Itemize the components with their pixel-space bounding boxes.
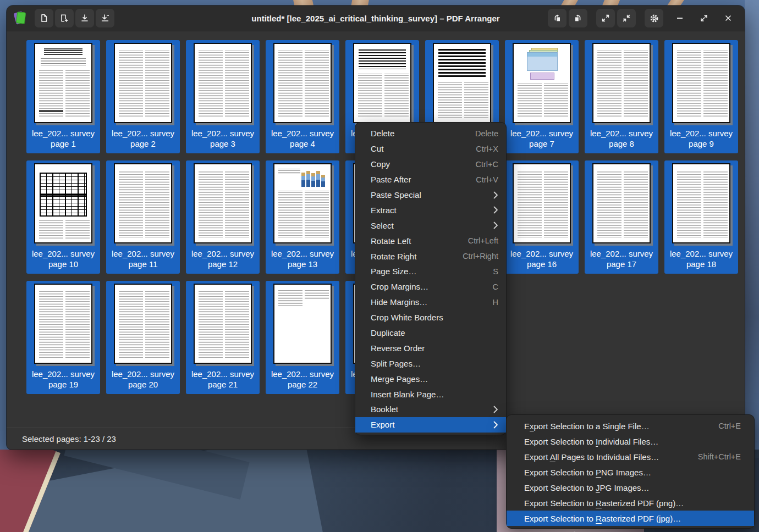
page-thumbnail [592,43,651,123]
main-menu-button[interactable] [645,9,663,27]
page-thumbnail [114,284,172,364]
menu-item-insert-blank-page[interactable]: Insert Blank Page… [355,386,506,402]
page-cell-21[interactable]: lee_202... surveypage 21 [186,281,260,394]
submenu-item-export-selection-to-rasterized-pdf-jpg[interactable]: Export Selection to Rasterized PDF (jpg)… [507,511,754,526]
menu-item-delete[interactable]: DeleteDelete [355,126,506,141]
menu-item-crop-margins[interactable]: Crop Margins…C [355,279,506,295]
page-thumbnail [433,43,491,123]
page-label: lee_202... surveypage 20 [112,369,174,390]
submenu-item-export-selection-to-rasterized-pdf-png[interactable]: Export Selection to Rasterized PDF (png)… [507,495,754,511]
page-label: lee_202... surveypage 11 [112,248,174,269]
page-label: lee_202... surveypage 9 [670,128,733,149]
page-cell-12[interactable]: lee_202... surveypage 12 [186,160,260,274]
main-menu-gear-icon [650,14,659,23]
page-cell-17[interactable]: lee_202... surveypage 17 [585,160,658,274]
menu-item-hide-margins[interactable]: Hide Margins…H [355,295,506,310]
menu-item-crop-white-borders[interactable]: Crop White Borders [355,310,506,325]
save-button[interactable] [75,9,94,27]
page-cell-19[interactable]: lee_202... surveypage 19 [26,281,100,394]
page-thumbnail [273,284,332,364]
menu-item-extract[interactable]: Extract [355,202,506,218]
menu-item-booklet[interactable]: Booklet [355,402,506,417]
page-thumbnail [672,43,730,123]
zoom-out-button[interactable] [617,9,636,27]
page-thumbnail [672,163,730,243]
submenu-item-export-all-pages-to-individual-files[interactable]: Export All Pages to Individual Files…Shi… [507,449,754,464]
page-label: lee_202... surveypage 16 [510,248,573,269]
page-cell-18[interactable]: lee_202... surveypage 18 [664,160,738,274]
insert-pages-button[interactable] [55,9,74,27]
page-cell-8[interactable]: lee_202... surveypage 8 [585,40,658,153]
page-thumbnail [114,163,172,243]
page-label: lee_202... surveypage 3 [191,128,254,149]
page-thumbnail [194,43,252,123]
new-document-icon [40,14,48,23]
page-cell-7[interactable]: lee_202... surveypage 7 [505,40,579,153]
page-label: lee_202... surveypage 7 [510,128,573,149]
page-cell-4[interactable]: lee_202... surveypage 4 [266,40,339,153]
page-cell-11[interactable]: lee_202... surveypage 11 [106,160,180,274]
menu-item-paste-special[interactable]: Paste Special [355,187,506,203]
zoom-in-button[interactable] [596,9,615,27]
menu-item-merge-pages[interactable]: Merge Pages… [355,371,506,386]
page-label: lee_202... surveypage 1 [32,128,95,149]
page-cell-2[interactable]: lee_202... surveypage 2 [106,40,180,153]
page-cell-3[interactable]: lee_202... surveypage 3 [186,40,260,153]
menu-item-cut[interactable]: CutCtrl+X [355,141,506,157]
page-thumbnail [34,163,92,243]
menu-item-split-pages[interactable]: Split Pages… [355,356,506,371]
rotate-right-button[interactable] [569,9,587,27]
rotate-left-button[interactable] [548,9,566,27]
submenu-item-export-selection-to-a-single-file[interactable]: Export Selection to a Single File…Ctrl+E [507,418,754,434]
minimize-button[interactable] [672,10,688,26]
page-cell-9[interactable]: lee_202... surveypage 9 [664,40,738,153]
page-thumbnail [194,163,252,243]
menu-item-page-size[interactable]: Page Size…S [355,264,506,279]
app-logo-icon [13,11,28,25]
submenu-item-export-selection-to-png-images[interactable]: Export Selection to PNG Images… [507,464,754,480]
page-cell-1[interactable]: lee_202... surveypage 1 [26,40,100,153]
new-document-button[interactable] [35,9,53,27]
menu-item-reverse-order[interactable]: Reverse Order [355,340,506,356]
rotate-left-icon [553,14,562,23]
restore-icon [700,14,708,22]
menu-item-duplicate[interactable]: Duplicate [355,325,506,341]
save-as-button[interactable] [96,9,114,27]
menu-item-paste-after[interactable]: Paste AfterCtrl+V [355,172,506,187]
page-thumbnail [273,43,332,123]
close-icon [724,14,732,22]
menu-item-export[interactable]: Export [355,417,506,433]
page-label: lee_202... surveypage 13 [271,248,334,269]
menu-item-rotate-left[interactable]: Rotate LeftCtrl+Left [355,233,506,248]
submenu-item-export-selection-to-individual-files[interactable]: Export Selection to Individual Files… [507,434,754,449]
page-cell-10[interactable]: lee_202... surveypage 10 [26,160,100,274]
titlebar[interactable]: untitled* [lee_2025_ai_critical_thinking… [7,5,745,31]
minimize-icon [676,14,684,22]
submenu-chevron-icon [493,206,498,214]
zoom-out-icon [622,14,631,23]
page-label: lee_202... surveypage 22 [271,369,334,390]
page-cell-13[interactable]: lee_202... surveypage 13 [266,160,339,274]
menu-item-copy[interactable]: CopyCtrl+C [355,157,506,172]
restore-button[interactable] [696,10,712,26]
submenu-chevron-icon [493,221,498,229]
page-cell-20[interactable]: lee_202... surveypage 20 [106,281,180,394]
menu-item-select[interactable]: Select [355,218,506,233]
page-cell-22[interactable]: lee_202... surveypage 22 [266,281,339,394]
export-submenu: Export Selection to a Single File…Ctrl+E… [506,414,755,529]
page-cell-16[interactable]: lee_202... surveypage 16 [505,160,579,274]
close-button[interactable] [721,10,736,26]
selected-pages-status: Selected pages: 1-23 / 23 [22,434,116,444]
page-thumbnail [34,284,92,364]
page-thumbnail [34,43,92,123]
page-label: lee_202... surveypage 10 [32,248,95,269]
submenu-chevron-icon [493,421,498,429]
page-thumbnail [592,163,651,243]
save-as-icon [101,14,109,23]
submenu-item-export-selection-to-jpg-images[interactable]: Export Selection to JPG Images… [507,480,754,495]
context-menu: DeleteDeleteCutCtrl+XCopyCtrl+CPaste Aft… [355,122,507,435]
save-icon [80,14,89,23]
menu-item-rotate-right[interactable]: Rotate RightCtrl+Right [355,248,506,264]
page-label: lee_202... surveypage 17 [590,248,653,269]
page-label: lee_202... surveypage 2 [112,128,174,149]
